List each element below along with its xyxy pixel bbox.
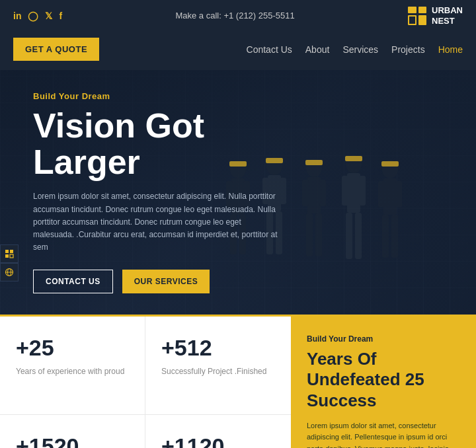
svg-rect-25 (346, 213, 352, 259)
stat-number-revenue: +1120 (161, 433, 275, 448)
stats-section: +25 Years of experience with proud +512 … (0, 315, 476, 448)
facebook-icon[interactable]: f (59, 11, 62, 21)
linkedin-icon[interactable]: in (13, 11, 21, 21)
logo-text: URBAN NEST (432, 5, 463, 26)
nav-links: Contact Us About Services Projects Home (247, 44, 463, 55)
hero-tagline: Build Your Dream (33, 91, 284, 101)
stat-label-projects: Successfully Project .Finished (161, 366, 275, 377)
hero-section: Build Your Dream Vision Got Larger Lorem… (0, 70, 476, 315)
stat-revenue: +1120 Revenue in 2017 investment (145, 415, 291, 448)
logo-cell-3 (408, 15, 416, 25)
hero-description: Lorem ipsum dolor sit amet, consectetur … (33, 190, 284, 254)
logo-cell-4 (418, 15, 427, 25)
nav-contact[interactable]: Contact Us (247, 44, 292, 55)
stat-number-projects: +512 (161, 335, 275, 361)
side-icons (0, 244, 19, 281)
svg-rect-17 (319, 180, 326, 206)
nav-projects[interactable]: Projects (391, 44, 425, 55)
nav-about[interactable]: About (305, 44, 330, 55)
svg-rect-29 (383, 178, 397, 215)
svg-rect-26 (355, 213, 362, 259)
svg-rect-33 (391, 215, 398, 258)
social-icons: in ◯ 𝕏 f (13, 11, 62, 21)
svg-rect-30 (378, 181, 385, 207)
yellow-panel-content: Build Your Dream Years Of Undefeated 25 … (307, 334, 460, 448)
top-bar: in ◯ 𝕏 f Make a call: +1 (212) 255-5511 … (0, 0, 476, 31)
stats-grid: +25 Years of experience with proud +512 … (0, 315, 291, 448)
logo-cell-2 (418, 7, 427, 14)
hero-title: Vision Got Larger (33, 108, 284, 180)
yellow-tagline: Build Your Dream (307, 334, 460, 344)
svg-rect-27 (345, 156, 362, 161)
nav-home[interactable]: Home (438, 44, 463, 55)
phone-number: Make a call: +1 (212) 255-5511 (175, 11, 294, 20)
twitter-icon[interactable]: 𝕏 (45, 11, 52, 21)
side-icon-globe[interactable] (0, 263, 19, 281)
svg-rect-37 (5, 254, 9, 258)
logo-cell-1 (408, 7, 416, 14)
svg-rect-35 (5, 250, 9, 253)
globe-icon (5, 268, 14, 277)
instagram-icon[interactable]: ◯ (28, 11, 38, 21)
svg-rect-36 (10, 250, 13, 253)
stat-experience: +25 Years of experience with proud (0, 317, 145, 415)
stat-projects: +512 Successfully Project .Finished (145, 317, 291, 415)
side-icon-grid[interactable] (0, 244, 19, 263)
stat-number-experience: +25 (16, 335, 129, 361)
svg-rect-38 (10, 254, 13, 258)
yellow-description: Lorem ipsum dolor sit amet, consectetur … (307, 420, 460, 448)
svg-rect-24 (359, 176, 366, 205)
navbar: GET A QUOTE Contact Us About Services Pr… (0, 31, 476, 70)
stat-number-colleagues: +1520 (16, 433, 129, 448)
hero-content: Build Your Dream Vision Got Larger Lorem… (0, 91, 317, 293)
svg-rect-23 (342, 176, 348, 205)
logo-icon (408, 7, 426, 25)
svg-rect-34 (381, 161, 399, 167)
yellow-panel: Build Your Dream Years Of Undefeated 25 … (291, 315, 476, 448)
hero-buttons: CONTACT US OUR SERVICES (33, 270, 284, 293)
contact-us-button[interactable]: CONTACT US (33, 270, 113, 293)
get-quote-button[interactable]: GET A QUOTE (13, 38, 99, 61)
svg-rect-31 (395, 181, 402, 207)
nav-services[interactable]: Services (342, 44, 378, 55)
svg-rect-32 (382, 215, 389, 258)
logo: URBAN NEST (408, 5, 463, 26)
grid-icon (5, 249, 14, 258)
svg-rect-22 (347, 173, 360, 213)
our-services-button[interactable]: OUR SERVICES (122, 270, 210, 293)
yellow-title: Years Of Undefeated 25 Success (307, 349, 460, 411)
stat-label-experience: Years of experience with proud (16, 366, 129, 377)
stat-colleagues: +1520 Colleagues & counting more daily (0, 415, 145, 448)
